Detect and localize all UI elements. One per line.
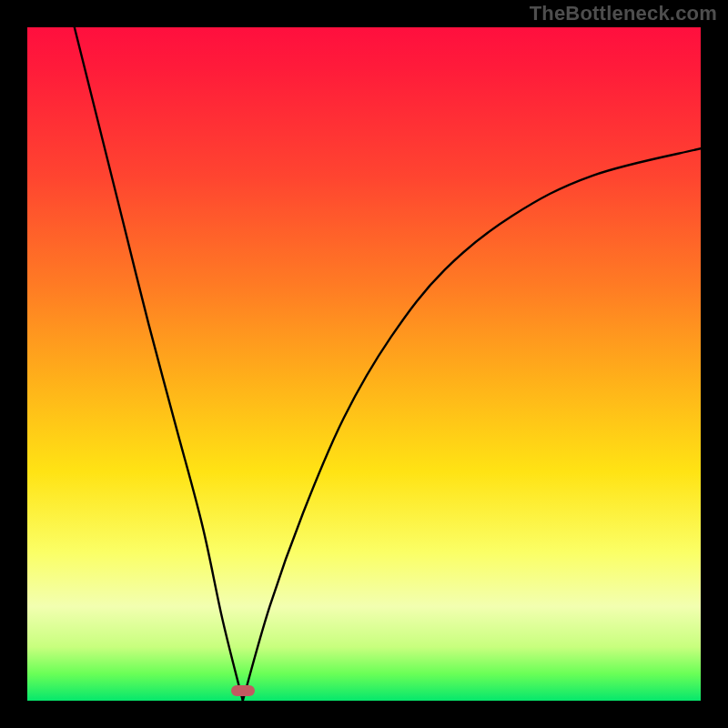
optimal-point-marker bbox=[231, 685, 255, 696]
plot-area bbox=[27, 27, 701, 701]
bottleneck-curve bbox=[27, 27, 701, 701]
chart-frame: TheBottleneck.com bbox=[0, 0, 728, 728]
curve-left-branch bbox=[75, 27, 243, 701]
watermark-text: TheBottleneck.com bbox=[530, 2, 717, 25]
curve-right-branch bbox=[243, 148, 701, 701]
